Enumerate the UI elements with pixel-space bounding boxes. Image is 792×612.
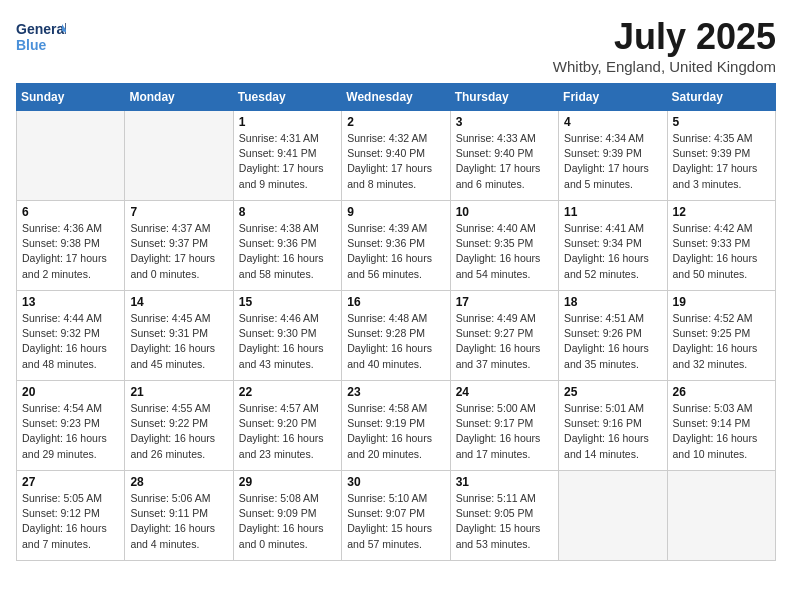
day-number: 3 bbox=[456, 115, 553, 129]
weekday-header-monday: Monday bbox=[125, 84, 233, 111]
day-info: Sunrise: 4:39 AM Sunset: 9:36 PM Dayligh… bbox=[347, 221, 444, 282]
calendar-cell-w5d1: 27Sunrise: 5:05 AM Sunset: 9:12 PM Dayli… bbox=[17, 471, 125, 561]
day-info: Sunrise: 4:45 AM Sunset: 9:31 PM Dayligh… bbox=[130, 311, 227, 372]
calendar-cell-w3d5: 17Sunrise: 4:49 AM Sunset: 9:27 PM Dayli… bbox=[450, 291, 558, 381]
day-info: Sunrise: 5:03 AM Sunset: 9:14 PM Dayligh… bbox=[673, 401, 770, 462]
day-info: Sunrise: 4:31 AM Sunset: 9:41 PM Dayligh… bbox=[239, 131, 336, 192]
day-info: Sunrise: 4:52 AM Sunset: 9:25 PM Dayligh… bbox=[673, 311, 770, 372]
day-number: 6 bbox=[22, 205, 119, 219]
weekday-header-friday: Friday bbox=[559, 84, 667, 111]
day-number: 30 bbox=[347, 475, 444, 489]
week-row-3: 13Sunrise: 4:44 AM Sunset: 9:32 PM Dayli… bbox=[17, 291, 776, 381]
calendar-cell-w1d6: 4Sunrise: 4:34 AM Sunset: 9:39 PM Daylig… bbox=[559, 111, 667, 201]
svg-text:Blue: Blue bbox=[16, 37, 47, 53]
day-number: 10 bbox=[456, 205, 553, 219]
day-number: 25 bbox=[564, 385, 661, 399]
calendar-cell-w1d1 bbox=[17, 111, 125, 201]
day-info: Sunrise: 4:58 AM Sunset: 9:19 PM Dayligh… bbox=[347, 401, 444, 462]
logo-svg: General Blue bbox=[16, 16, 66, 58]
calendar-cell-w1d4: 2Sunrise: 4:32 AM Sunset: 9:40 PM Daylig… bbox=[342, 111, 450, 201]
day-info: Sunrise: 4:37 AM Sunset: 9:37 PM Dayligh… bbox=[130, 221, 227, 282]
day-info: Sunrise: 4:40 AM Sunset: 9:35 PM Dayligh… bbox=[456, 221, 553, 282]
page-header: General Blue July 2025 Whitby, England, … bbox=[16, 16, 776, 75]
day-number: 19 bbox=[673, 295, 770, 309]
day-number: 16 bbox=[347, 295, 444, 309]
day-info: Sunrise: 4:46 AM Sunset: 9:30 PM Dayligh… bbox=[239, 311, 336, 372]
day-info: Sunrise: 5:00 AM Sunset: 9:17 PM Dayligh… bbox=[456, 401, 553, 462]
day-number: 8 bbox=[239, 205, 336, 219]
week-row-2: 6Sunrise: 4:36 AM Sunset: 9:38 PM Daylig… bbox=[17, 201, 776, 291]
week-row-1: 1Sunrise: 4:31 AM Sunset: 9:41 PM Daylig… bbox=[17, 111, 776, 201]
day-number: 12 bbox=[673, 205, 770, 219]
calendar-cell-w2d5: 10Sunrise: 4:40 AM Sunset: 9:35 PM Dayli… bbox=[450, 201, 558, 291]
day-number: 4 bbox=[564, 115, 661, 129]
calendar-cell-w3d1: 13Sunrise: 4:44 AM Sunset: 9:32 PM Dayli… bbox=[17, 291, 125, 381]
day-number: 13 bbox=[22, 295, 119, 309]
calendar-cell-w2d2: 7Sunrise: 4:37 AM Sunset: 9:37 PM Daylig… bbox=[125, 201, 233, 291]
week-row-5: 27Sunrise: 5:05 AM Sunset: 9:12 PM Dayli… bbox=[17, 471, 776, 561]
day-info: Sunrise: 4:33 AM Sunset: 9:40 PM Dayligh… bbox=[456, 131, 553, 192]
weekday-header-tuesday: Tuesday bbox=[233, 84, 341, 111]
calendar-cell-w2d7: 12Sunrise: 4:42 AM Sunset: 9:33 PM Dayli… bbox=[667, 201, 775, 291]
calendar-cell-w3d7: 19Sunrise: 4:52 AM Sunset: 9:25 PM Dayli… bbox=[667, 291, 775, 381]
weekday-header-thursday: Thursday bbox=[450, 84, 558, 111]
day-info: Sunrise: 4:36 AM Sunset: 9:38 PM Dayligh… bbox=[22, 221, 119, 282]
calendar-cell-w2d6: 11Sunrise: 4:41 AM Sunset: 9:34 PM Dayli… bbox=[559, 201, 667, 291]
calendar-cell-w5d3: 29Sunrise: 5:08 AM Sunset: 9:09 PM Dayli… bbox=[233, 471, 341, 561]
day-info: Sunrise: 4:42 AM Sunset: 9:33 PM Dayligh… bbox=[673, 221, 770, 282]
day-number: 9 bbox=[347, 205, 444, 219]
day-number: 21 bbox=[130, 385, 227, 399]
day-number: 11 bbox=[564, 205, 661, 219]
calendar-cell-w4d2: 21Sunrise: 4:55 AM Sunset: 9:22 PM Dayli… bbox=[125, 381, 233, 471]
day-info: Sunrise: 5:08 AM Sunset: 9:09 PM Dayligh… bbox=[239, 491, 336, 552]
day-number: 5 bbox=[673, 115, 770, 129]
calendar-cell-w5d6 bbox=[559, 471, 667, 561]
day-number: 28 bbox=[130, 475, 227, 489]
day-number: 24 bbox=[456, 385, 553, 399]
calendar-cell-w3d2: 14Sunrise: 4:45 AM Sunset: 9:31 PM Dayli… bbox=[125, 291, 233, 381]
weekday-header-wednesday: Wednesday bbox=[342, 84, 450, 111]
calendar-cell-w4d5: 24Sunrise: 5:00 AM Sunset: 9:17 PM Dayli… bbox=[450, 381, 558, 471]
calendar-cell-w1d5: 3Sunrise: 4:33 AM Sunset: 9:40 PM Daylig… bbox=[450, 111, 558, 201]
day-number: 17 bbox=[456, 295, 553, 309]
day-info: Sunrise: 4:38 AM Sunset: 9:36 PM Dayligh… bbox=[239, 221, 336, 282]
calendar-cell-w3d6: 18Sunrise: 4:51 AM Sunset: 9:26 PM Dayli… bbox=[559, 291, 667, 381]
calendar-cell-w4d6: 25Sunrise: 5:01 AM Sunset: 9:16 PM Dayli… bbox=[559, 381, 667, 471]
calendar: SundayMondayTuesdayWednesdayThursdayFrid… bbox=[16, 83, 776, 561]
week-row-4: 20Sunrise: 4:54 AM Sunset: 9:23 PM Dayli… bbox=[17, 381, 776, 471]
day-number: 18 bbox=[564, 295, 661, 309]
calendar-cell-w1d3: 1Sunrise: 4:31 AM Sunset: 9:41 PM Daylig… bbox=[233, 111, 341, 201]
day-info: Sunrise: 4:55 AM Sunset: 9:22 PM Dayligh… bbox=[130, 401, 227, 462]
day-number: 29 bbox=[239, 475, 336, 489]
day-number: 14 bbox=[130, 295, 227, 309]
calendar-cell-w3d4: 16Sunrise: 4:48 AM Sunset: 9:28 PM Dayli… bbox=[342, 291, 450, 381]
calendar-cell-w5d2: 28Sunrise: 5:06 AM Sunset: 9:11 PM Dayli… bbox=[125, 471, 233, 561]
calendar-cell-w1d7: 5Sunrise: 4:35 AM Sunset: 9:39 PM Daylig… bbox=[667, 111, 775, 201]
day-number: 31 bbox=[456, 475, 553, 489]
calendar-cell-w5d5: 31Sunrise: 5:11 AM Sunset: 9:05 PM Dayli… bbox=[450, 471, 558, 561]
day-number: 26 bbox=[673, 385, 770, 399]
month-title: July 2025 bbox=[553, 16, 776, 58]
weekday-header-sunday: Sunday bbox=[17, 84, 125, 111]
calendar-cell-w5d7 bbox=[667, 471, 775, 561]
day-info: Sunrise: 4:51 AM Sunset: 9:26 PM Dayligh… bbox=[564, 311, 661, 372]
calendar-cell-w1d2 bbox=[125, 111, 233, 201]
calendar-cell-w5d4: 30Sunrise: 5:10 AM Sunset: 9:07 PM Dayli… bbox=[342, 471, 450, 561]
day-number: 15 bbox=[239, 295, 336, 309]
day-info: Sunrise: 4:49 AM Sunset: 9:27 PM Dayligh… bbox=[456, 311, 553, 372]
day-info: Sunrise: 5:11 AM Sunset: 9:05 PM Dayligh… bbox=[456, 491, 553, 552]
day-info: Sunrise: 4:32 AM Sunset: 9:40 PM Dayligh… bbox=[347, 131, 444, 192]
location: Whitby, England, United Kingdom bbox=[553, 58, 776, 75]
title-block: July 2025 Whitby, England, United Kingdo… bbox=[553, 16, 776, 75]
day-info: Sunrise: 5:06 AM Sunset: 9:11 PM Dayligh… bbox=[130, 491, 227, 552]
day-number: 2 bbox=[347, 115, 444, 129]
day-info: Sunrise: 5:05 AM Sunset: 9:12 PM Dayligh… bbox=[22, 491, 119, 552]
day-info: Sunrise: 4:34 AM Sunset: 9:39 PM Dayligh… bbox=[564, 131, 661, 192]
calendar-cell-w4d3: 22Sunrise: 4:57 AM Sunset: 9:20 PM Dayli… bbox=[233, 381, 341, 471]
day-number: 23 bbox=[347, 385, 444, 399]
day-info: Sunrise: 4:54 AM Sunset: 9:23 PM Dayligh… bbox=[22, 401, 119, 462]
calendar-cell-w2d3: 8Sunrise: 4:38 AM Sunset: 9:36 PM Daylig… bbox=[233, 201, 341, 291]
day-info: Sunrise: 4:48 AM Sunset: 9:28 PM Dayligh… bbox=[347, 311, 444, 372]
day-info: Sunrise: 5:01 AM Sunset: 9:16 PM Dayligh… bbox=[564, 401, 661, 462]
day-number: 22 bbox=[239, 385, 336, 399]
